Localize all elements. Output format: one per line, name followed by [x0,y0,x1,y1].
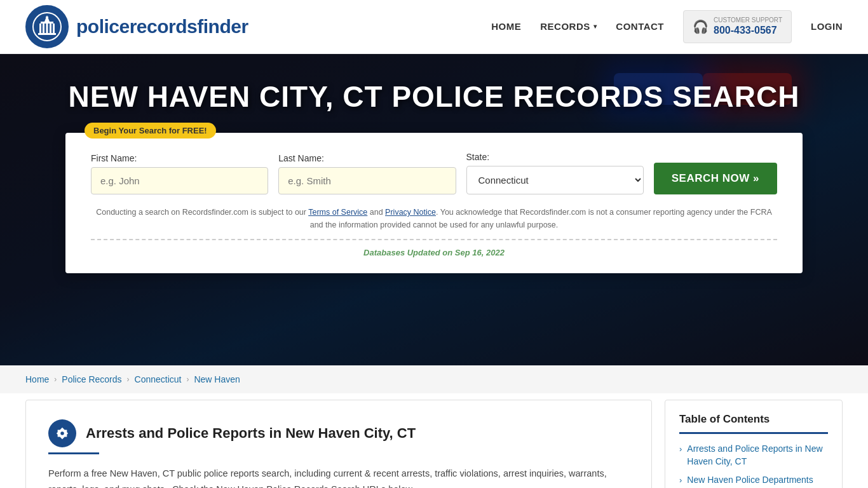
toc-arrow-icon: › [679,444,682,454]
divider [91,239,777,240]
toc-items: › Arrests and Police Reports in New Have… [679,443,828,488]
state-label: State: [466,152,644,162]
customer-support-box[interactable]: 🎧 CUSTOMER SUPPORT 800-433-0567 [683,10,792,43]
logo-icon [25,5,69,48]
breadcrumb-current: New Haven [194,374,240,384]
db-updated: Databases Updated on Sep 16, 2022 [91,248,777,257]
svg-rect-5 [39,24,41,33]
breadcrumb-connecticut[interactable]: Connecticut [135,374,182,384]
toc-arrow-icon: › [679,475,682,485]
search-card: Begin Your Search for FREE! First Name: … [65,133,803,273]
badge-icon [48,419,76,447]
state-select[interactable]: Connecticut [466,166,644,194]
first-name-label: First Name: [91,153,268,163]
logo-text: policerecordsfinder [76,16,248,37]
nav-home[interactable]: HOME [491,21,521,32]
svg-rect-7 [53,24,55,33]
svg-rect-8 [43,24,44,33]
last-name-input[interactable] [278,167,456,194]
svg-rect-3 [41,22,53,24]
last-name-group: Last Name: [278,153,456,194]
state-group: State: Connecticut [466,152,644,194]
svg-point-10 [60,431,64,435]
toc-link[interactable]: New Haven Police Departments [687,474,813,487]
toc-link[interactable]: Arrests and Police Reports in New Haven … [687,443,828,468]
privacy-link[interactable]: Privacy Notice [385,208,436,217]
breadcrumb-sep-1: › [54,375,57,384]
toc-sidebar: Table of Contents › Arrests and Police R… [665,400,843,488]
search-button[interactable]: SEARCH NOW » [654,163,777,194]
first-name-group: First Name: [91,153,268,194]
toc-item[interactable]: › New Haven Police Departments [679,474,828,487]
headset-icon: 🎧 [693,19,709,34]
svg-rect-9 [50,24,51,33]
breadcrumb: Home › Police Records › Connecticut › Ne… [0,365,868,393]
terms-link[interactable]: Terms of Service [308,208,367,217]
section-header: Arrests and Police Reports in New Haven … [48,419,629,447]
chevron-down-icon: ▾ [593,23,597,30]
breadcrumb-home[interactable]: Home [25,374,49,384]
support-text: CUSTOMER SUPPORT 800-433-0567 [714,16,782,37]
hero-section: NEW HAVEN CITY, CT POLICE RECORDS SEARCH… [0,54,868,365]
svg-rect-4 [38,33,56,35]
breadcrumb-sep-2: › [127,375,130,384]
nav-records[interactable]: RECORDS ▾ [540,21,597,32]
main-content: Arrests and Police Reports in New Haven … [25,400,652,488]
svg-rect-6 [46,24,48,33]
disclaimer-text: Conducting a search on Recordsfinder.com… [91,206,777,231]
toc-title: Table of Contents [679,413,828,426]
last-name-label: Last Name: [278,153,456,163]
section-title: Arrests and Police Reports in New Haven … [86,425,416,442]
toc-item[interactable]: › Arrests and Police Reports in New Have… [679,443,828,468]
first-name-input[interactable] [91,167,268,194]
nav-contact[interactable]: CONTACT [616,21,664,32]
content-area: Arrests and Police Reports in New Haven … [0,400,868,488]
breadcrumb-police-records[interactable]: Police Records [62,374,121,384]
nav-login[interactable]: LOGIN [811,21,843,32]
breadcrumb-sep-3: › [186,375,189,384]
site-header: policerecordsfinder HOME RECORDS ▾ CONTA… [0,0,868,54]
search-fields: First Name: Last Name: State: Connecticu… [91,152,777,194]
hero-title: NEW HAVEN CITY, CT POLICE RECORDS SEARCH [43,79,825,114]
logo-area[interactable]: policerecordsfinder [25,5,248,48]
section-description: Perform a free New Haven, CT public poli… [48,466,629,488]
title-underline [48,452,99,454]
free-badge[interactable]: Begin Your Search for FREE! [85,123,216,139]
toc-divider [679,432,828,434]
main-nav: HOME RECORDS ▾ CONTACT 🎧 CUSTOMER SUPPOR… [491,10,843,43]
